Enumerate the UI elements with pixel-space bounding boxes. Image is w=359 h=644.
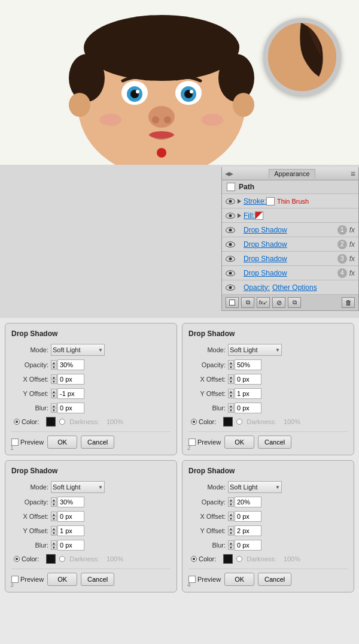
dialog-1-yoffset-spinner[interactable]: ▲ ▼	[51, 388, 84, 399]
dialog-4-xoffset-spinner[interactable]: ▲ ▼	[228, 511, 261, 522]
eye-icon-effect-3[interactable]	[226, 256, 235, 262]
dialog-2-xoffset-up[interactable]: ▲	[228, 374, 234, 379]
panel-effect-row-1[interactable]: Drop Shadow 1 fx	[222, 223, 358, 237]
duplicate-btn[interactable]: ⧉	[241, 297, 254, 308]
panel-stroke-row[interactable]: Stroke: Thin Brush	[222, 194, 358, 208]
dialog-3-yoffset-spinner[interactable]: ▲ ▼	[51, 525, 84, 536]
dialog-3-ok-button[interactable]: OK	[47, 573, 77, 586]
dialog-3-xoffset-input[interactable]	[57, 511, 84, 522]
other-options-text[interactable]: Other Options	[272, 283, 317, 292]
dialog-2-yoffset-down[interactable]: ▼	[228, 394, 234, 398]
dialog-4-ok-button[interactable]: OK	[224, 573, 254, 586]
dialog-4-opacity-down[interactable]: ▼	[228, 502, 234, 507]
dialog-1-blur-spinner[interactable]: ▲ ▼	[51, 403, 84, 413]
dialog-4-mode-select[interactable]: Soft Light ▼	[228, 481, 282, 493]
dialog-1-xoffset-up[interactable]: ▲	[51, 374, 57, 379]
dialog-3-mode-select[interactable]: Soft Light ▼	[51, 481, 105, 493]
dialog-3-opacity-input[interactable]	[57, 497, 84, 507]
dialog-1-yoffset-down[interactable]: ▼	[51, 394, 57, 398]
dialog-1-opacity-spinner[interactable]: ▲ ▼	[51, 359, 84, 370]
new-art-btn[interactable]	[226, 297, 239, 308]
dialog-3-xoffset-up[interactable]: ▲	[51, 512, 57, 516]
dialog-3-yoffset-up[interactable]: ▲	[51, 526, 57, 531]
dialog-2-opacity-spinner[interactable]: ▲ ▼	[228, 359, 261, 370]
panel-opacity-row[interactable]: Opacity: Other Options	[222, 280, 358, 295]
dialog-4-yoffset-up[interactable]: ▲	[228, 526, 234, 531]
dialog-2-preview-check[interactable]: Preview	[188, 439, 221, 446]
dialog-3-blur-up[interactable]: ▲	[51, 540, 57, 545]
dialog-4-opacity-spinner[interactable]: ▲ ▼	[228, 497, 261, 507]
stroke-swatch[interactable]	[266, 197, 275, 205]
dialog-2-blur-down[interactable]: ▼	[228, 408, 234, 413]
dialog-1-blur-input[interactable]	[57, 403, 84, 413]
dialog-3-darkness-radio[interactable]: Darkness:	[59, 555, 99, 563]
dialog-1-yoffset-up[interactable]: ▲	[51, 389, 57, 394]
dialog-4-yoffset-spinner[interactable]: ▲ ▼	[228, 525, 261, 536]
effect-label-3[interactable]: Drop Shadow	[244, 255, 287, 263]
dialog-4-opacity-up[interactable]: ▲	[228, 497, 234, 502]
dialog-3-yoffset-input[interactable]	[57, 525, 84, 536]
eye-icon-opacity[interactable]	[226, 285, 235, 291]
dialog-1-darkness-radio[interactable]: Darkness:	[59, 418, 99, 425]
dialog-4-opacity-input[interactable]	[235, 497, 261, 507]
copy-btn[interactable]: ⧉	[288, 297, 301, 308]
fill-swatch[interactable]	[255, 211, 263, 220]
dialog-2-yoffset-spinner[interactable]: ▲ ▼	[228, 388, 261, 399]
dialog-4-color-radio[interactable]: Color:	[191, 555, 216, 563]
dialog-2-xoffset-spinner[interactable]: ▲ ▼	[228, 374, 261, 385]
dialog-3-opacity-spinner[interactable]: ▲ ▼	[51, 497, 84, 507]
dialog-4-darkness-radio[interactable]: Darkness:	[236, 555, 276, 563]
dialog-3-preview-check[interactable]: Preview	[11, 576, 44, 583]
arrow-icon-stroke[interactable]	[238, 199, 241, 204]
dialog-1-opacity-down[interactable]: ▼	[51, 365, 57, 370]
fx-btn[interactable]: fx↙	[257, 297, 270, 308]
dialog-1-xoffset-input[interactable]	[57, 374, 84, 385]
dialog-3-color-swatch[interactable]	[46, 554, 56, 564]
dialog-2-darkness-radio[interactable]: Darkness:	[236, 418, 276, 425]
panel-menu-button[interactable]: ≡	[351, 170, 355, 178]
dialog-2-xoffset-input[interactable]	[235, 374, 261, 385]
dialog-4-blur-input[interactable]	[235, 540, 261, 551]
dialog-3-blur-down[interactable]: ▼	[51, 545, 57, 550]
panel-fill-row[interactable]: Fill:	[222, 208, 358, 223]
dialog-4-color-swatch[interactable]	[223, 554, 233, 564]
dialog-1-color-radio[interactable]: Color:	[14, 418, 39, 425]
dialog-2-opacity-up[interactable]: ▲	[228, 360, 234, 365]
dialog-3-xoffset-spinner[interactable]: ▲ ▼	[51, 511, 84, 522]
dialog-1-mode-select[interactable]: Soft Light ▼	[51, 344, 105, 356]
dialog-1-blur-down[interactable]: ▼	[51, 408, 57, 413]
eye-icon-stroke[interactable]	[226, 198, 235, 204]
eye-icon-fill[interactable]	[226, 213, 235, 219]
stroke-label[interactable]: Stroke:	[244, 197, 266, 205]
dialog-2-blur-up[interactable]: ▲	[228, 403, 234, 408]
dialog-3-xoffset-down[interactable]: ▼	[51, 516, 57, 521]
dialog-4-xoffset-down[interactable]: ▼	[228, 516, 234, 521]
delete-btn[interactable]: 🗑	[342, 297, 355, 308]
dialog-4-blur-down[interactable]: ▼	[228, 545, 234, 550]
dialog-2-color-radio[interactable]: Color:	[191, 418, 216, 425]
fill-label[interactable]: Fill:	[244, 211, 255, 220]
panel-effect-row-3[interactable]: Drop Shadow 3 fx	[222, 252, 358, 266]
dialog-3-blur-input[interactable]	[57, 540, 84, 551]
dialog-3-yoffset-down[interactable]: ▼	[51, 531, 57, 536]
appearance-tab[interactable]: Appearance	[269, 169, 315, 179]
dialog-1-preview-check[interactable]: Preview	[11, 439, 44, 446]
effect-label-1[interactable]: Drop Shadow	[244, 226, 287, 234]
dialog-1-ok-button[interactable]: OK	[47, 436, 77, 449]
dialog-3-opacity-down[interactable]: ▼	[51, 502, 57, 507]
dialog-2-ok-button[interactable]: OK	[224, 436, 254, 449]
eye-icon-effect-4[interactable]	[226, 270, 235, 276]
dialog-3-cancel-button[interactable]: Cancel	[81, 573, 114, 586]
dialog-3-blur-spinner[interactable]: ▲ ▼	[51, 540, 84, 551]
dialog-4-blur-spinner[interactable]: ▲ ▼	[228, 540, 261, 551]
dialog-2-blur-input[interactable]	[235, 403, 261, 413]
dialog-4-xoffset-input[interactable]	[235, 511, 261, 522]
panel-effect-row-2[interactable]: Drop Shadow 2 fx	[222, 237, 358, 252]
dialog-4-xoffset-up[interactable]: ▲	[228, 512, 234, 516]
opacity-label[interactable]: Opacity:	[244, 283, 270, 292]
dialog-2-color-swatch[interactable]	[223, 417, 233, 427]
dialog-1-blur-up[interactable]: ▲	[51, 403, 57, 408]
dialog-1-xoffset-spinner[interactable]: ▲ ▼	[51, 374, 84, 385]
dialog-3-opacity-up[interactable]: ▲	[51, 497, 57, 502]
dialog-1-cancel-button[interactable]: Cancel	[81, 436, 114, 449]
